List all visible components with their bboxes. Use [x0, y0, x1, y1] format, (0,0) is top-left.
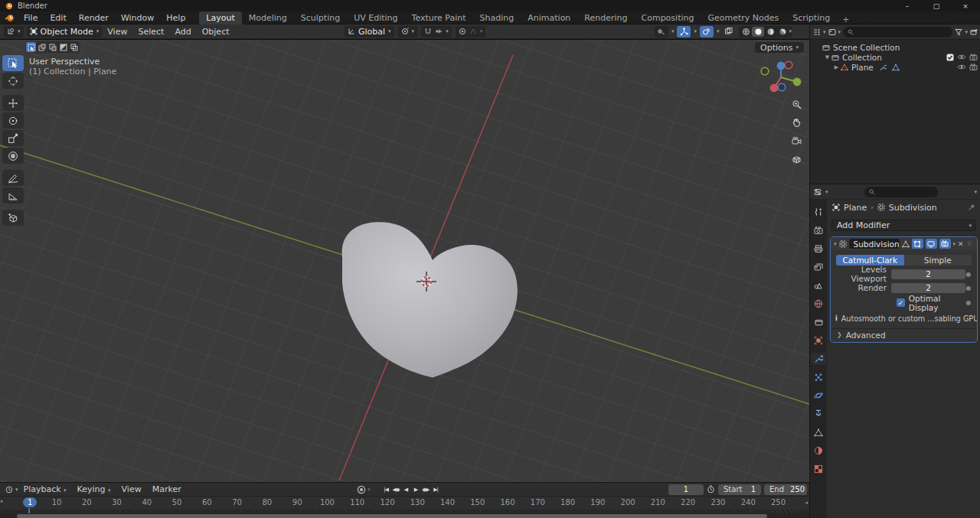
eye-icon[interactable] [957, 54, 966, 60]
transport-prev-keyframe-button[interactable]: ◀◆ [391, 484, 400, 495]
eye-icon[interactable] [957, 64, 966, 70]
transport-next-keyframe-button[interactable]: ◆▶ [421, 484, 430, 495]
menubar-menu-file[interactable]: File [18, 11, 44, 24]
new-workspace-button[interactable]: + [837, 15, 854, 24]
transport-jump-start-button[interactable]: |◀ [381, 484, 390, 495]
preview-range-clock-icon[interactable] [707, 485, 715, 494]
properties-tab-output[interactable] [811, 243, 826, 255]
tool-move[interactable] [2, 95, 24, 111]
select-mode-intersect[interactable] [69, 42, 79, 52]
navigation-gizmo[interactable] [758, 56, 805, 103]
expander-icon[interactable]: ▶ [833, 64, 840, 70]
timeline-menu-view[interactable]: View [116, 484, 147, 494]
properties-tab-physics[interactable] [811, 389, 826, 402]
decorator-dot[interactable]: ● [965, 299, 972, 306]
gizmos-toggle[interactable] [677, 26, 691, 37]
3d-viewport[interactable]: User Perspective (1) Collection | Plane … [0, 40, 809, 482]
new-collection-icon[interactable] [970, 28, 978, 36]
editor-type-selector[interactable]: ▾ [4, 26, 24, 37]
outliner-search-input[interactable] [843, 27, 952, 37]
advanced-section-header[interactable]: ❯ Advanced [831, 328, 977, 340]
edit-mode-toggle[interactable] [912, 239, 923, 249]
collapse-chevron-icon[interactable]: ▾ [834, 241, 837, 247]
nav-camera-view-button[interactable] [790, 135, 803, 148]
options-button[interactable]: Options ▾ [755, 42, 804, 53]
workspace-tab-scripting[interactable]: Scripting [786, 11, 837, 24]
gizmo-y-neg-axis[interactable] [793, 78, 802, 86]
select-mode-extend[interactable] [37, 42, 47, 52]
transform-orientation-dropdown[interactable]: Global ▾ [345, 26, 394, 37]
tool-select-box[interactable] [2, 55, 24, 71]
exclude-checkbox[interactable] [946, 54, 954, 61]
properties-tab-render[interactable] [811, 224, 826, 236]
pin-icon[interactable] [968, 204, 975, 211]
tool-annotate[interactable] [2, 170, 24, 186]
tool-scale[interactable] [2, 130, 24, 146]
menubar-menu-edit[interactable]: Edit [44, 11, 72, 24]
nav-toggle-ortho-button[interactable] [790, 153, 803, 166]
properties-tab-tool[interactable] [811, 206, 826, 218]
current-frame-field[interactable]: 1 [668, 484, 704, 495]
shading-material-button[interactable] [764, 27, 776, 37]
menubar-menu-render[interactable]: Render [73, 11, 115, 24]
proportional-editing-widget[interactable]: ▾ [456, 26, 486, 37]
viewport-menu-object[interactable]: Object [197, 27, 235, 37]
gizmo-x-neg-axis[interactable] [785, 61, 792, 69]
timeline-menu-playback[interactable]: Playback ▾ [18, 484, 72, 494]
select-mode-set[interactable] [26, 42, 36, 52]
decorator-dot[interactable]: ● [965, 285, 972, 292]
workspace-tab-layout[interactable]: Layout [199, 11, 241, 24]
timeline-right-arrow[interactable]: ◂ [805, 500, 808, 506]
field-value-input[interactable]: 2 [891, 269, 965, 279]
display-mode-icon[interactable] [828, 28, 836, 36]
chevron-down-icon[interactable]: ▾ [825, 189, 828, 195]
tool-rotate[interactable] [2, 112, 24, 129]
properties-tab-particles[interactable] [811, 371, 826, 383]
properties-tab-constraints[interactable] [811, 408, 826, 420]
outliner-row-plane[interactable]: ▶Plane [810, 62, 980, 72]
close-button[interactable]: × [951, 0, 980, 11]
workspace-tab-animation[interactable]: Animation [521, 11, 577, 24]
shading-rendered-button[interactable] [776, 27, 789, 37]
frame-start-field[interactable]: Start 1 [718, 484, 761, 495]
subdivision-type-simple[interactable]: Simple [904, 255, 972, 266]
properties-editor-icon[interactable] [814, 188, 822, 196]
gizmo-z-axis[interactable] [777, 62, 786, 70]
workspace-tab-texture-paint[interactable]: Texture Paint [405, 11, 473, 24]
maximize-button[interactable]: □ [922, 0, 951, 11]
mode-dropdown[interactable]: Object Mode ▾ [27, 26, 103, 37]
scrollbar-thumb[interactable] [17, 514, 767, 518]
transport-jump-end-button[interactable]: ▶| [431, 484, 440, 495]
frame-end-field[interactable]: End 250 [764, 484, 807, 495]
workspace-tab-geometry-nodes[interactable]: Geometry Nodes [701, 11, 786, 24]
gizmo-z-neg-axis[interactable] [778, 83, 786, 91]
menubar-menu-help[interactable]: Help [160, 11, 191, 24]
properties-tab-scene[interactable] [811, 279, 826, 292]
magnet-icon[interactable] [424, 28, 432, 35]
nav-pan-button[interactable] [790, 116, 803, 129]
drag-handle-icon[interactable]: ⁞⁞ [968, 240, 972, 247]
show-object-types-toggle[interactable] [655, 26, 668, 37]
select-mode-subtract[interactable] [47, 42, 57, 52]
filter-icon[interactable] [955, 28, 962, 36]
tool-add-cube[interactable] [2, 210, 24, 226]
nav-zoom-button[interactable] [790, 98, 803, 111]
current-frame-badge[interactable]: 1 [23, 497, 37, 507]
overlays-toggle[interactable] [700, 26, 714, 37]
xray-toggle[interactable] [722, 26, 736, 37]
snap-widget[interactable]: ▾ [421, 26, 452, 37]
add-modifier-dropdown[interactable]: Add Modifier ▾ [831, 220, 976, 231]
workspace-tab-uv-editing[interactable]: UV Editing [347, 11, 404, 24]
breadcrumb-object[interactable]: Plane [844, 203, 867, 213]
viewport-menu-view[interactable]: View [102, 27, 132, 37]
timeline-menu-marker[interactable]: Marker [147, 484, 187, 494]
menubar-menu-window[interactable]: Window [115, 11, 160, 24]
properties-tab-collection[interactable] [811, 316, 826, 328]
chevron-down-icon[interactable]: ▾ [671, 28, 675, 34]
shading-wireframe-button[interactable] [740, 27, 752, 37]
modifier-extras-icon[interactable]: ▾ [953, 241, 956, 247]
chevron-down-icon[interactable]: ▾ [823, 29, 826, 35]
properties-tab-modifiers[interactable] [811, 353, 826, 365]
field-value-input[interactable]: 2 [891, 283, 965, 293]
properties-tab-object[interactable] [811, 334, 826, 347]
